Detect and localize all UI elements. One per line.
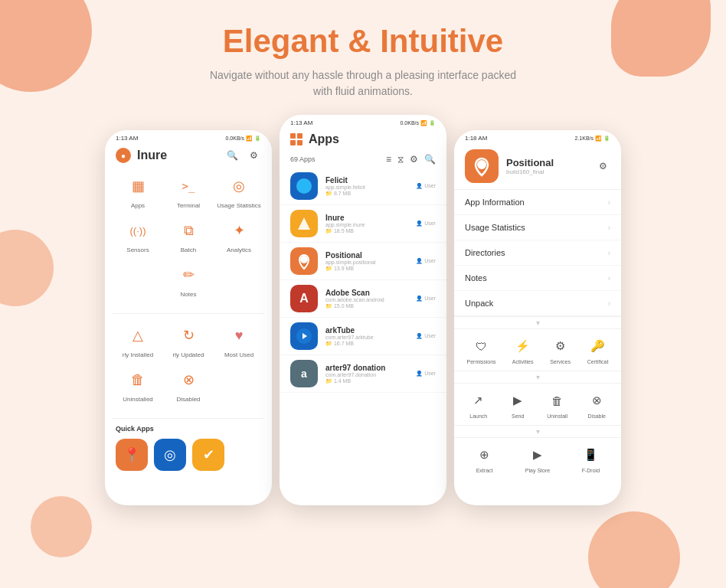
grid-item-uninstalled[interactable]: 🗑 Uninstalled — [115, 366, 161, 403]
grid-item-updated[interactable]: ↻ rly Updated — [165, 322, 211, 358]
phone-right: 1:18 AM 2.1KB/s 📶 🔋 Positional build160_… — [454, 130, 621, 505]
sort-icon[interactable]: ≡ — [386, 154, 391, 165]
action-uninstall[interactable]: 🗑 Uninstall — [547, 390, 568, 419]
action-send[interactable]: ▶ Send — [507, 390, 528, 419]
phone-left: 1:13 AM 0.0KB/s 📶 🔋 ● Inure 🔍 ⚙ ▦ Apps >… — [105, 130, 272, 505]
quick-app-inure[interactable]: ✔ — [192, 439, 224, 471]
svg-point-1 — [300, 256, 308, 263]
app-info-arter97: arter97 donation com.arter97.donation 📁 … — [325, 364, 408, 384]
menu-label-unpack: Unpack — [465, 299, 493, 308]
apps-grid-icon — [290, 133, 302, 145]
app-info-positional: Positional app.simple.positional 📁 13.9 … — [325, 251, 408, 272]
list-item[interactable]: a arter97 donation com.arter97.donation … — [280, 355, 446, 393]
app-bar-center: Apps — [280, 128, 446, 151]
grid-item-analytics[interactable]: ✦ Analytics — [216, 217, 262, 253]
list-item[interactable]: Positional app.simple.positional 📁 13.9 … — [280, 243, 446, 280]
services-icon: ⚙ — [550, 335, 571, 357]
menu-item-appinfo[interactable]: App Information › — [454, 190, 621, 215]
menu-label-usage: Usage Statistics — [465, 223, 525, 232]
menu-item-notes[interactable]: Notes › — [454, 266, 621, 291]
list-item[interactable]: Inure app.simple.inure 📁 18.5 MB 👤 User — [280, 205, 446, 243]
uninstalled-icon: 🗑 — [124, 366, 152, 394]
menu-item-directories[interactable]: Directories › — [454, 240, 621, 266]
app-type-adobe: 👤 User — [416, 296, 436, 302]
send-icon: ▶ — [507, 390, 528, 411]
notes-icon: ✏ — [175, 261, 202, 289]
expand-row-3[interactable]: ▾ — [454, 425, 621, 437]
grid-item-mostused[interactable]: ♥ Most Used — [216, 322, 262, 358]
extract-icon: ⊕ — [474, 444, 495, 466]
detail-settings-icon[interactable]: ⚙ — [595, 158, 610, 174]
quick-app-positional[interactable]: 📍 — [116, 439, 148, 471]
page-subtitle: Navigate without any hassle through a pl… — [0, 67, 726, 100]
menu-label-appinfo: App Information — [465, 198, 525, 207]
app-icon-arter97: a — [290, 360, 318, 387]
app-info-felicit: Felicit app.simple.felicit 📁 8.7 MB — [325, 176, 408, 197]
grid-item-terminal[interactable]: >_ Terminal — [165, 172, 211, 209]
action-certificate[interactable]: 🔑 Certificat — [587, 335, 609, 364]
disable-icon: ⊗ — [586, 390, 607, 411]
chevron-directories: › — [608, 249, 610, 257]
action-launch[interactable]: ↗ Launch — [468, 390, 489, 419]
expand-row-2[interactable]: ▾ — [454, 371, 621, 383]
app-icon-arktube — [290, 322, 318, 350]
action-extract[interactable]: ⊕ Extract — [474, 444, 495, 473]
search-icon-center[interactable]: 🔍 — [424, 154, 436, 165]
launch-icon: ↗ — [468, 390, 489, 411]
menu-label-notes: Notes — [465, 273, 487, 283]
grid-item-installed[interactable]: △ rly Installed — [115, 322, 161, 358]
status-time-right: 1:18 AM — [465, 135, 487, 142]
filter-icon[interactable]: ⧖ — [397, 154, 404, 165]
quick-app-felicit[interactable]: ◎ — [154, 439, 186, 471]
updated-icon: ↻ — [175, 322, 202, 349]
search-icon-left[interactable]: 🔍 — [224, 148, 240, 163]
grid-item-disabled[interactable]: ⊗ Disabled — [165, 366, 211, 403]
app-type-felicit: 👤 User — [416, 183, 436, 189]
grid-row-1: ▦ Apps >_ Terminal ◎ Usage Statistics — [113, 172, 264, 209]
status-icons-center: 0.0KB/s 📶 🔋 — [400, 120, 436, 126]
list-item[interactable]: A Adobe Scan com.adobe.scan.android 📁 15… — [280, 280, 446, 318]
menu-item-usage[interactable]: Usage Statistics › — [454, 215, 621, 240]
apps-count-bar: 69 Apps ≡ ⧖ ⚙ 🔍 — [280, 151, 446, 168]
apps-title: Apps — [309, 132, 436, 146]
phone-center: 1:13 AM 0.0KB/s 📶 🔋 Apps 69 Apps ≡ ⧖ ⚙ 🔍 — [280, 115, 446, 505]
quick-apps-row: 📍 ◎ ✔ — [105, 436, 272, 474]
filter-icons: ≡ ⧖ ⚙ 🔍 — [386, 154, 436, 165]
action-disable[interactable]: ⊗ Disable — [586, 390, 607, 419]
svg-point-2 — [477, 160, 486, 169]
status-bar-right: 1:18 AM 2.1KB/s 📶 🔋 — [454, 130, 621, 143]
uninstall-icon: 🗑 — [547, 390, 568, 411]
list-item[interactable]: Felicit app.simple.felicit 📁 8.7 MB 👤 Us… — [280, 168, 446, 205]
status-icons-left: 0.0KB/s 📶 🔋 — [225, 136, 261, 142]
apps-count: 69 Apps — [290, 155, 316, 163]
status-icons-right: 2.1KB/s 📶 🔋 — [574, 136, 610, 142]
action-activities[interactable]: ⚡ Activities — [512, 335, 534, 364]
grid-item-notes[interactable]: ✏ Notes — [165, 261, 211, 298]
main-grid: ▦ Apps >_ Terminal ◎ Usage Statistics ((… — [105, 168, 272, 310]
grid-item-batch[interactable]: ⧉ Batch — [165, 217, 211, 253]
app-bar-left: ● Inure 🔍 ⚙ — [105, 143, 272, 168]
grid-item-sensors[interactable]: ((·)) Sensors — [115, 217, 161, 253]
installed-icon: △ — [124, 322, 152, 349]
options-icon[interactable]: ⚙ — [410, 154, 418, 165]
action-services[interactable]: ⚙ Services — [550, 335, 571, 364]
app-detail-info: Positional build160_final — [506, 157, 587, 175]
app-info-adobe: Adobe Scan com.adobe.scan.android 📁 15.0… — [325, 289, 408, 309]
grid-item-apps[interactable]: ▦ Apps — [115, 172, 161, 209]
chevron-appinfo: › — [608, 198, 610, 207]
list-item[interactable]: arkTube com.arter97.arktube 📁 16.7 MB 👤 … — [280, 318, 446, 355]
blob-bottomright — [588, 511, 680, 588]
chevron-notes: › — [608, 274, 610, 283]
action-fdroid[interactable]: 📱 F-Droid — [580, 444, 601, 473]
action-permissions[interactable]: 🛡 Permissions — [466, 335, 495, 364]
action-row-2: ↗ Launch ▶ Send 🗑 Uninstall ⊗ Disable — [454, 383, 621, 425]
playstore-icon: ▶ — [527, 444, 548, 466]
grid-item-usage[interactable]: ◎ Usage Statistics — [216, 172, 262, 209]
app-title-left: Inure — [137, 149, 218, 162]
svg-point-0 — [296, 178, 312, 194]
expand-row-1[interactable]: ▾ — [454, 316, 621, 328]
settings-icon-left[interactable]: ⚙ — [246, 148, 261, 163]
menu-item-unpack[interactable]: Unpack › — [454, 291, 621, 316]
blob-bottomleft — [31, 496, 92, 557]
action-playstore[interactable]: ▶ Play Store — [525, 444, 550, 473]
